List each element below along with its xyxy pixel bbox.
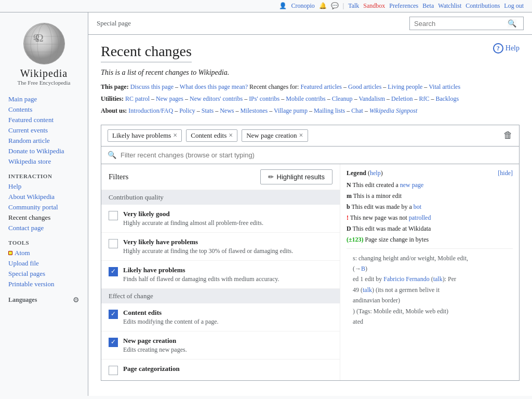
link-living[interactable]: Living people	[388, 83, 422, 90]
user-link[interactable]: Cronopio	[291, 2, 314, 10]
legend-item-b: b This edit was made by a bot	[347, 202, 513, 211]
quality-section-header: Contribution quality	[101, 190, 340, 205]
search-button[interactable]: 🔍	[508, 19, 516, 28]
link-chat[interactable]: Chat	[351, 107, 363, 114]
languages-label: Languages	[8, 296, 37, 304]
link-talk-49[interactable]: talk	[363, 286, 372, 294]
link-fabricio-talk[interactable]: talk	[433, 275, 443, 283]
search-input[interactable]	[414, 20, 508, 28]
activity-item-2: (→B)	[353, 263, 507, 274]
filter-remove-2[interactable]: ×	[229, 132, 233, 139]
search-box[interactable]: 🔍	[409, 17, 524, 30]
interaction-title: Interaction	[0, 171, 88, 181]
link-stats[interactable]: Stats	[202, 107, 214, 114]
sidebar-item-about[interactable]: About Wikipedia	[0, 192, 88, 202]
filter-text-page-cat: Page categorization	[123, 365, 332, 374]
filter-remove-3[interactable]: ×	[299, 132, 303, 139]
gear-icon[interactable]: ⚙	[73, 296, 79, 304]
link-cleanup[interactable]: Cleanup	[332, 95, 353, 102]
filter-search-input[interactable]	[121, 151, 513, 159]
filter-name-content-edits: Content edits	[123, 309, 332, 317]
link-good[interactable]: Good articles	[348, 83, 381, 90]
contributions-link[interactable]: Contributions	[466, 2, 500, 10]
talk-link[interactable]: Talk	[348, 2, 359, 10]
link-mobile-contribs[interactable]: Mobile contribs	[286, 95, 325, 102]
info-panel: Legend (help) [hide] N This edit created…	[340, 164, 519, 380]
link-rfc[interactable]: RfC	[419, 95, 429, 102]
sidebar-item-upload[interactable]: Upload file	[0, 258, 88, 269]
beta-link[interactable]: Beta	[422, 2, 434, 10]
this-page-label: This page:	[101, 83, 129, 90]
logout-link[interactable]: Log out	[504, 2, 524, 10]
link-intro-faq[interactable]: Introduction/FAQ	[128, 107, 173, 114]
link-vital[interactable]: Vital articles	[429, 83, 460, 90]
sidebar-item-contact[interactable]: Contact page	[0, 223, 88, 233]
sidebar-item-help[interactable]: Help	[0, 181, 88, 192]
link-ips-contribs[interactable]: IPs' contribs	[249, 95, 280, 102]
preferences-link[interactable]: Preferences	[389, 2, 418, 10]
link-patrolled-legend[interactable]: patrolled	[409, 214, 431, 221]
activity-item-4: 49 (talk) (its not a germen belive it	[353, 285, 507, 295]
checkbox-very-likely-good[interactable]	[109, 211, 118, 220]
link-discuss[interactable]: Discuss this page	[130, 83, 174, 90]
link-news[interactable]: News	[220, 107, 234, 114]
sidebar-item-atom[interactable]: Atom	[0, 248, 88, 258]
link-vandalism[interactable]: Vandalism	[358, 95, 385, 102]
clear-all-filters-button[interactable]: 🗑	[503, 130, 513, 141]
filter-name-page-cat: Page categorization	[123, 365, 332, 373]
link-milestones[interactable]: Milestones	[240, 107, 268, 114]
sidebar-item-recent-changes[interactable]: Recent changes	[0, 212, 88, 223]
sidebar-item-current-events[interactable]: Current events	[0, 125, 88, 136]
filter-name-new-page: New page creation	[123, 337, 332, 345]
checkbox-new-page[interactable]	[109, 338, 118, 347]
link-deletion[interactable]: Deletion	[391, 95, 413, 102]
filter-search-icon: 🔍	[108, 151, 116, 159]
link-policy[interactable]: Policy	[179, 107, 195, 114]
checkbox-content-edits[interactable]	[109, 310, 118, 319]
link-rc-patrol[interactable]: RC patrol	[125, 95, 150, 102]
sidebar-item-community[interactable]: Community portal	[0, 202, 88, 212]
sidebar-item-random[interactable]: Random article	[0, 136, 88, 146]
link-new-editors[interactable]: New editors' contribs	[190, 95, 243, 102]
link-bot-legend[interactable]: bot	[414, 203, 421, 210]
sidebar-item-main-page[interactable]: Main page	[0, 94, 88, 104]
page-title-row: Recent changes ? Help	[101, 43, 520, 69]
filter-tag-content-edits: Content edits ×	[186, 129, 237, 142]
link-mailing-lists[interactable]: Mailing lists	[314, 107, 345, 114]
checkbox-page-cat[interactable]	[109, 366, 118, 375]
link-featured[interactable]: Featured articles	[300, 83, 342, 90]
notify-icon: 🔔	[319, 2, 327, 10]
activity-item-5: andinavian border)	[353, 295, 507, 305]
sidebar-item-contents[interactable]: Contents	[0, 104, 88, 115]
filter-remove-1[interactable]: ×	[173, 132, 177, 139]
link-village-pump[interactable]: Village pump	[274, 107, 308, 114]
filter-name-likely-problems: Likely have problems	[123, 266, 332, 274]
sidebar-item-print[interactable]: Printable version	[0, 279, 88, 289]
svg-text:Ω: Ω	[33, 33, 39, 42]
pencil-icon: ✏	[268, 173, 274, 181]
link-signpost[interactable]: Wikipedia Signpost	[369, 107, 417, 114]
sep1: |	[343, 2, 344, 10]
link-backlogs[interactable]: Backlogs	[435, 95, 459, 102]
sidebar-item-special[interactable]: Special pages	[0, 269, 88, 279]
link-new-pages[interactable]: New pages	[156, 95, 183, 102]
checkbox-very-likely-problems[interactable]	[109, 239, 118, 248]
message-icon: 💬	[331, 2, 339, 10]
legend-help-link[interactable]: help	[370, 169, 381, 177]
sidebar-item-store[interactable]: Wikipedia store	[0, 156, 88, 167]
sidebar-item-donate[interactable]: Donate to Wikipedia	[0, 146, 88, 156]
link-new-page-legend[interactable]: new page	[400, 181, 424, 189]
page-title: Recent changes	[101, 43, 192, 62]
sandbox-link[interactable]: Sandbox	[363, 2, 385, 10]
watchlist-link[interactable]: Watchlist	[438, 2, 461, 10]
activity-item-1: s: changing height and/or weight, Mobile…	[353, 253, 507, 263]
checkbox-likely-problems[interactable]	[109, 267, 118, 276]
link-fabricio[interactable]: Fabricio Fernando	[383, 275, 429, 283]
link-what[interactable]: What does this page mean?	[180, 83, 248, 90]
help-button[interactable]: ? Help	[493, 43, 520, 54]
highlight-results-button[interactable]: ✏ Highlight results	[260, 169, 333, 184]
legend-hide-link[interactable]: [hide]	[498, 169, 513, 177]
activity-link-B[interactable]: B	[361, 265, 365, 272]
filter-tag-label3: New page creation	[246, 131, 297, 140]
sidebar-item-featured[interactable]: Featured content	[0, 115, 88, 125]
